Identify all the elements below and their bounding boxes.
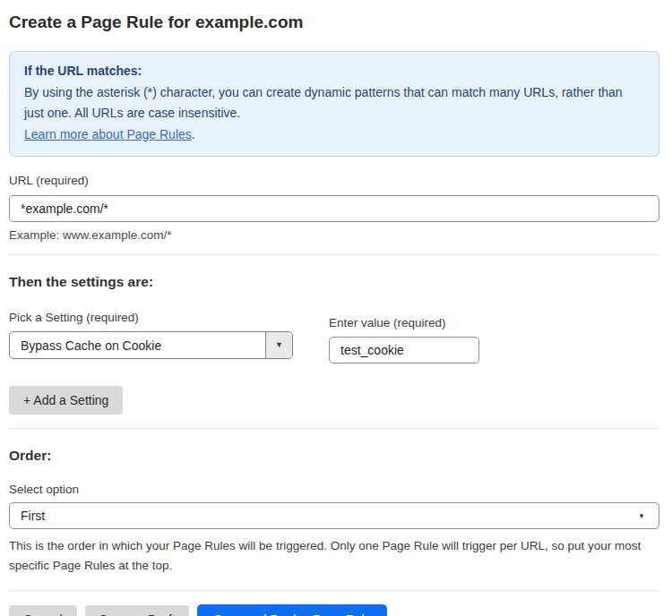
setting-value-input[interactable] [329,337,479,364]
setting-dropdown-value: Bypass Cache on Cookie [10,332,265,358]
footer-actions: Cancel Save as Draft Save and Deploy Pag… [9,604,659,616]
url-label: URL (required) [9,174,659,188]
value-label: Enter value (required) [329,316,479,330]
order-select-value: First [21,509,45,523]
link-period: . [192,127,195,141]
setting-column: Pick a Setting (required) Bypass Cache o… [9,311,293,364]
order-select-label: Select option [9,483,659,497]
url-input[interactable] [9,195,659,222]
cancel-button[interactable]: Cancel [9,605,77,616]
setting-dropdown[interactable]: Bypass Cache on Cookie ▼ [9,331,293,359]
create-page-rule-form: Create a Page Rule for example.com If th… [0,11,672,616]
order-helper-text: This is the order in which your Page Rul… [9,536,659,576]
divider-url-settings [9,254,659,255]
select-chevron-down-icon: ▼ [638,512,645,520]
url-match-info-box: If the URL matches: By using the asteris… [9,51,659,157]
add-setting-button[interactable]: + Add a Setting [9,386,123,415]
info-box-link-line: Learn more about Page Rules. [24,124,644,146]
order-heading: Order: [9,448,659,464]
url-example-helper: Example: www.example.com/* [9,228,659,242]
order-select[interactable]: First ▼ [9,502,659,529]
info-box-body: By using the asterisk (*) character, you… [24,82,644,124]
value-column: Enter value (required) [329,316,479,364]
info-box-heading: If the URL matches: [24,61,644,82]
setting-label: Pick a Setting (required) [9,311,293,325]
dropdown-arrow-button[interactable]: ▼ [265,332,292,358]
chevron-down-icon: ▼ [275,341,283,349]
settings-row: Pick a Setting (required) Bypass Cache o… [9,311,659,364]
settings-heading: Then the settings are: [9,274,659,290]
page-title: Create a Page Rule for example.com [9,11,659,33]
divider-settings-order [9,428,659,429]
save-draft-button[interactable]: Save as Draft [85,605,190,616]
divider-order-footer [9,590,659,591]
learn-more-link[interactable]: Learn more about Page Rules [24,127,192,141]
save-deploy-button[interactable]: Save and Deploy Page Rule [197,604,387,616]
